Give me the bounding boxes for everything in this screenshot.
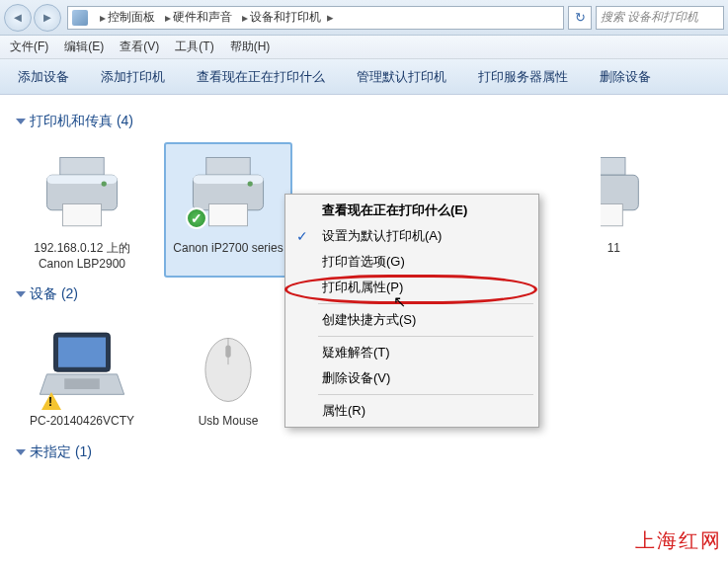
ctx-set-default[interactable]: ✓设置为默认打印机(A)	[288, 223, 535, 249]
laptop-icon	[28, 321, 136, 410]
device-item-pc[interactable]: PC-20140426VCTY	[18, 315, 146, 436]
svg-rect-12	[601, 204, 622, 226]
svg-point-4	[102, 181, 107, 186]
device-item-mouse[interactable]: Usb Mouse	[164, 315, 292, 436]
collapse-icon	[16, 119, 26, 124]
toolbar: 添加设备 添加打印机 查看现在正在打印什么 管理默认打印机 打印服务器属性 删除…	[0, 59, 728, 95]
breadcrumb[interactable]: ▸硬件和声音	[159, 9, 236, 26]
address-bar[interactable]: ▸控制面板 ▸硬件和声音 ▸设备和打印机 ▸	[67, 6, 564, 30]
section-unspecified-header[interactable]: 未指定 (1)	[18, 443, 710, 461]
svg-rect-2	[46, 175, 117, 184]
search-input[interactable]: 搜索 设备和打印机	[596, 6, 724, 30]
chevron-right-icon: ▸	[165, 11, 171, 25]
nav-bar: ◄ ► ▸控制面板 ▸硬件和声音 ▸设备和打印机 ▸ ↻ 搜索 设备和打印机	[0, 0, 728, 36]
menu-file[interactable]: 文件(F)	[10, 39, 48, 55]
tool-server-properties[interactable]: 打印服务器属性	[478, 68, 568, 86]
menu-view[interactable]: 查看(V)	[120, 39, 159, 55]
svg-rect-0	[60, 157, 104, 175]
device-label: 192.168.0.12 上的 Canon LBP2900	[24, 241, 140, 272]
svg-rect-5	[206, 157, 250, 175]
menu-bar: 文件(F) 编辑(E) 查看(V) 工具(T) 帮助(H)	[0, 36, 728, 59]
section-printers-header[interactable]: 打印机和传真 (4)	[18, 113, 710, 130]
breadcrumb[interactable]: ▸控制面板	[94, 9, 159, 26]
section-title: 打印机和传真 (4)	[30, 113, 133, 130]
chevron-right-icon: ▸	[242, 11, 248, 25]
check-icon: ✓	[296, 228, 308, 244]
menu-help[interactable]: 帮助(H)	[230, 39, 271, 55]
chevron-right-icon: ▸	[100, 11, 106, 25]
svg-point-9	[248, 181, 253, 186]
ctx-troubleshoot[interactable]: 疑难解答(T)	[288, 340, 535, 365]
svg-rect-7	[193, 175, 263, 184]
location-icon	[72, 10, 88, 26]
printer-item[interactable]: 192.168.0.12 上的 Canon LBP2900	[18, 142, 146, 278]
tool-delete-device[interactable]: 删除设备	[600, 68, 651, 86]
printer-icon: ✓	[174, 148, 283, 237]
collapse-icon	[16, 449, 26, 455]
collapse-icon	[16, 291, 26, 297]
ctx-delete-device[interactable]: 删除设备(V)	[288, 365, 535, 391]
svg-rect-16	[64, 379, 100, 390]
device-label: Canon iP2700 series	[170, 241, 286, 257]
ctx-print-prefs[interactable]: 打印首选项(G)	[288, 249, 535, 275]
ctx-view-printing[interactable]: 查看现在正在打印什么(E)	[288, 198, 535, 223]
tool-view-printing[interactable]: 查看现在正在打印什么	[197, 68, 325, 86]
ctx-create-shortcut[interactable]: 创建快捷方式(S)	[288, 307, 535, 333]
device-label: Usb Mouse	[170, 414, 286, 430]
section-title: 未指定 (1)	[30, 443, 92, 461]
svg-rect-14	[58, 338, 106, 367]
nav-back-button[interactable]: ◄	[4, 4, 32, 32]
ctx-properties[interactable]: 属性(R)	[288, 398, 535, 424]
svg-rect-19	[225, 346, 230, 358]
warning-icon	[41, 392, 61, 410]
context-menu: 查看现在正在打印什么(E) ✓设置为默认打印机(A) 打印首选项(G) 打印机属…	[284, 194, 539, 428]
tool-add-device[interactable]: 添加设备	[18, 68, 69, 86]
ctx-printer-properties[interactable]: 打印机属性(P)	[288, 275, 535, 300]
ctx-separator	[318, 303, 533, 304]
tool-add-printer[interactable]: 添加打印机	[101, 68, 165, 86]
breadcrumb[interactable]: ▸设备和打印机	[236, 9, 325, 26]
svg-rect-10	[601, 157, 625, 175]
nav-buttons: ◄ ►	[4, 4, 61, 32]
ctx-separator	[318, 336, 533, 337]
menu-tools[interactable]: 工具(T)	[175, 39, 213, 55]
ctx-separator	[318, 394, 533, 395]
nav-forward-button[interactable]: ►	[34, 4, 61, 32]
printer-icon	[28, 148, 136, 237]
printer-item-selected[interactable]: ✓ Canon iP2700 series	[164, 142, 292, 278]
section-title: 设备 (2)	[30, 285, 78, 303]
svg-rect-8	[208, 204, 247, 226]
tool-manage-default[interactable]: 管理默认打印机	[357, 68, 446, 86]
menu-edit[interactable]: 编辑(E)	[64, 39, 104, 55]
mouse-icon	[174, 321, 283, 410]
refresh-button[interactable]: ↻	[568, 6, 592, 30]
default-check-icon: ✓	[186, 207, 207, 229]
chevron-right-icon: ▸	[327, 10, 334, 25]
device-label: PC-20140426VCTY	[24, 414, 140, 430]
svg-rect-3	[62, 204, 101, 226]
watermark-text: 上海红网	[635, 527, 722, 554]
